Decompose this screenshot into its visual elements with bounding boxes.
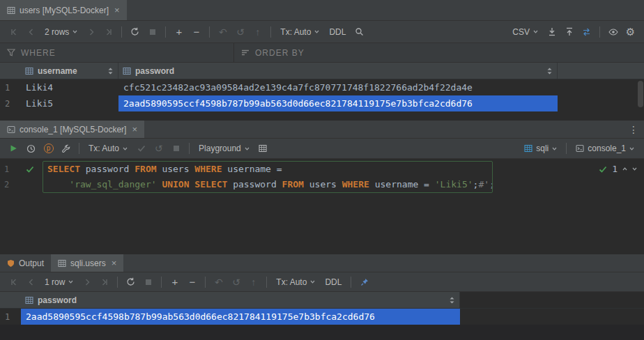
editor-line[interactable]: 1SELECT password FROM users WHERE userna… — [0, 162, 644, 177]
in-editor-results-icon[interactable] — [255, 141, 271, 157]
filter-funnel-icon — [7, 49, 15, 56]
import-data-icon[interactable] — [561, 24, 577, 40]
tx-mode-dropdown[interactable]: Tx: Auto — [84, 141, 132, 157]
first-page-icon[interactable] — [6, 274, 22, 290]
column-header-password[interactable]: password — [21, 292, 460, 308]
add-row-icon[interactable]: + — [171, 24, 187, 40]
where-filter-field[interactable]: WHERE — [0, 43, 234, 62]
stop-icon[interactable] — [144, 24, 160, 40]
tx-mode-dropdown[interactable]: Tx: Auto — [272, 274, 319, 290]
row-number-header — [0, 63, 21, 79]
table-cell[interactable]: 2aad5890595ccf4598b787b99ab563d0d66ec821… — [118, 95, 558, 111]
editor-line[interactable]: 2 'raw_sql_danger' UNION SELECT password… — [0, 177, 644, 192]
table-row[interactable]: 12aad5890595ccf4598b787b99ab563d0d66ec82… — [0, 309, 644, 325]
separator — [566, 143, 567, 154]
sort-icon[interactable] — [546, 67, 553, 75]
previous-page-icon[interactable] — [23, 274, 39, 290]
submit-icon[interactable]: ↑ — [245, 274, 261, 290]
sort-icon[interactable] — [449, 296, 455, 304]
close-icon[interactable]: × — [114, 6, 120, 15]
settings-wrench-icon[interactable] — [58, 141, 74, 157]
separator — [205, 277, 206, 288]
parameters-icon[interactable]: p — [40, 141, 56, 157]
add-row-icon[interactable]: + — [167, 274, 183, 290]
reload-data-icon[interactable] — [127, 24, 143, 40]
page-size-dropdown[interactable]: 2 rows — [40, 24, 82, 40]
next-page-icon[interactable] — [79, 274, 95, 290]
order-by-filter-field[interactable]: ORDER BY — [234, 43, 312, 62]
previous-page-icon[interactable] — [23, 24, 39, 40]
next-page-icon[interactable] — [83, 24, 99, 40]
ddl-button[interactable]: DDL — [325, 24, 350, 40]
column-header-username[interactable]: username — [21, 63, 118, 79]
column-label: password — [135, 66, 174, 76]
page-size-label: 2 rows — [45, 27, 69, 37]
export-data-icon[interactable] — [544, 24, 560, 40]
close-icon[interactable]: × — [112, 258, 117, 268]
delete-row-icon[interactable]: − — [188, 24, 204, 40]
column-icon — [123, 67, 131, 75]
delete-row-icon[interactable]: − — [184, 274, 200, 290]
tab-label: users [MySQL5-Docker] — [20, 6, 109, 15]
table-row[interactable]: 1Liki4cfc521c23482ac93a09584ad2e139c4a7f… — [0, 79, 644, 95]
code-text[interactable]: SELECT password FROM users WHERE usernam… — [42, 162, 282, 177]
table-cell[interactable]: Liki4 — [21, 79, 118, 95]
gear-icon[interactable]: ⚙ — [622, 24, 638, 40]
vertical-scrollbar[interactable] — [638, 81, 643, 107]
search-icon[interactable] — [351, 24, 367, 40]
view-options-eye-icon[interactable] — [605, 24, 621, 40]
sort-icon[interactable] — [107, 67, 114, 75]
next-problem-icon[interactable] — [632, 167, 637, 171]
results-column-headers: password — [0, 292, 644, 309]
tab-output[interactable]: Output — [0, 254, 51, 272]
previous-problem-icon[interactable] — [622, 167, 627, 171]
inspections-widget[interactable]: 1 — [599, 164, 637, 174]
rollback-icon[interactable]: ↺ — [151, 141, 167, 157]
chevron-down-icon — [245, 147, 250, 150]
stop-icon[interactable] — [168, 141, 184, 157]
separator — [79, 143, 79, 154]
close-icon[interactable]: × — [132, 125, 137, 134]
table-cell[interactable]: 2aad5890595ccf4598b787b99ab563d0d66ec821… — [21, 309, 460, 325]
tab-users-table[interactable]: users [MySQL5-Docker] × — [0, 0, 127, 20]
tab-console-1[interactable]: console_1 [MySQL5-Docker] × — [0, 121, 144, 138]
sql-editor[interactable]: 1SELECT password FROM users WHERE userna… — [0, 159, 644, 254]
tab-label: Output — [19, 258, 44, 268]
last-page-icon[interactable] — [96, 274, 112, 290]
revert-changes-icon[interactable]: ↶ — [210, 274, 227, 290]
history-clock-icon[interactable] — [23, 141, 39, 157]
table-cell[interactable]: cfc521c23482ac93a09584ad2e139c4a7fc87077… — [118, 79, 558, 95]
column-icon — [25, 67, 33, 75]
results-grid-toolbar: 1 row + − ↶ ↺ ↑ Tx: Auto DDL — [0, 272, 644, 292]
schema-dropdown[interactable]: sqli — [520, 141, 561, 157]
chevron-down-icon — [629, 147, 634, 150]
ddl-button[interactable]: DDL — [321, 274, 346, 290]
more-options-icon[interactable]: ⋮ — [627, 123, 640, 136]
export-format-dropdown[interactable]: CSV — [508, 24, 542, 40]
rollback-icon[interactable]: ↺ — [228, 274, 244, 290]
separator — [351, 277, 351, 288]
tx-mode-dropdown[interactable]: Tx: Auto — [276, 24, 323, 40]
pin-tab-icon[interactable] — [356, 274, 372, 290]
separator — [161, 277, 162, 288]
execute-icon[interactable] — [6, 141, 22, 157]
playground-dropdown[interactable]: Playground — [194, 141, 254, 157]
column-header-password[interactable]: password — [118, 63, 558, 79]
last-page-icon[interactable] — [100, 24, 116, 40]
code-text[interactable]: 'raw_sql_danger' UNION SELECT password F… — [42, 177, 495, 192]
stop-icon[interactable] — [140, 274, 156, 290]
revert-changes-icon[interactable]: ↶ — [215, 24, 231, 40]
table-row[interactable]: 2Liki52aad5890595ccf4598b787b99ab563d0d6… — [0, 95, 644, 111]
submit-icon[interactable]: ↑ — [250, 24, 266, 40]
page-size-dropdown[interactable]: 1 row — [40, 274, 77, 290]
commit-check-icon[interactable] — [133, 141, 149, 157]
table-cell[interactable]: Liki5 — [21, 95, 118, 111]
panel-filler — [0, 325, 644, 340]
first-page-icon[interactable] — [6, 24, 22, 40]
console-session-dropdown[interactable]: console_1 — [572, 141, 638, 157]
rollback-icon[interactable]: ↺ — [232, 24, 248, 40]
chevron-down-icon — [552, 147, 557, 150]
data-exchange-icon[interactable] — [578, 24, 595, 40]
reload-data-icon[interactable] — [123, 274, 139, 290]
tab-sqli-users[interactable]: sqli.users × — [51, 254, 123, 272]
